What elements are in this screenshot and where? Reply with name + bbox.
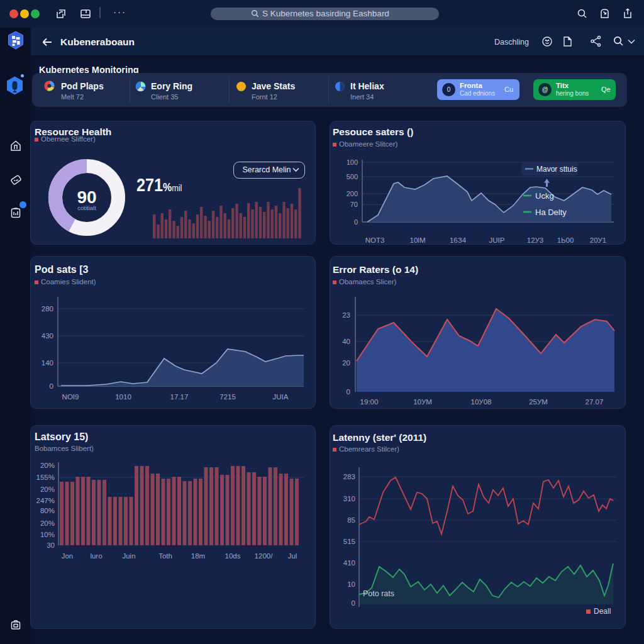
svg-text:18m: 18m (191, 552, 205, 560)
svg-text:140: 140 (42, 359, 53, 367)
svg-text:283: 283 (343, 473, 355, 480)
svg-text:23: 23 (342, 311, 350, 319)
svg-text:10УM: 10УM (413, 398, 432, 406)
svg-text:NOI9: NOI9 (62, 393, 79, 401)
svg-text:70: 70 (350, 201, 358, 208)
svg-text:1200/: 1200/ (255, 552, 274, 560)
svg-text:1Ь00: 1Ь00 (557, 236, 574, 244)
svg-text:12У3: 12У3 (527, 236, 544, 244)
svg-text:20%: 20% (40, 486, 55, 493)
svg-text:Jul: Jul (288, 552, 297, 560)
svg-text:25УM: 25УM (529, 398, 548, 406)
svg-text:500: 500 (347, 173, 358, 180)
svg-text:430: 430 (42, 332, 53, 340)
svg-text:10%: 10% (40, 531, 55, 538)
svg-text:Toth: Toth (158, 552, 172, 560)
svg-text:10ds: 10ds (225, 552, 241, 560)
svg-text:0: 0 (50, 382, 53, 390)
svg-text:20У1: 20У1 (590, 236, 607, 244)
svg-text:7215: 7215 (219, 393, 236, 401)
svg-text:JUIA: JUIA (273, 393, 289, 401)
svg-text:17.17: 17.17 (170, 393, 189, 401)
svg-text:10У08: 10У08 (471, 398, 492, 406)
svg-text:0: 0 (347, 388, 350, 396)
svg-text:10lM: 10lM (410, 236, 426, 244)
svg-text:27.07: 27.07 (586, 398, 604, 406)
svg-text:Jon: Jon (62, 552, 74, 560)
svg-text:0: 0 (352, 599, 355, 607)
svg-text:280: 280 (42, 305, 53, 313)
svg-text:cotitialt: cotitialt (77, 204, 96, 211)
svg-text:410: 410 (343, 559, 355, 567)
svg-text:30: 30 (47, 541, 55, 549)
svg-text:310: 310 (343, 495, 355, 502)
svg-text:16З4: 16З4 (450, 236, 467, 244)
svg-text:Ha Delty: Ha Delty (535, 208, 567, 217)
svg-text:Uckg: Uckg (535, 191, 554, 201)
svg-text:247%: 247% (36, 497, 55, 504)
svg-text:80%: 80% (40, 507, 55, 514)
svg-text:100: 100 (347, 158, 358, 166)
svg-text:Deall: Deall (594, 607, 611, 616)
svg-text:JUIP: JUIP (489, 236, 505, 244)
svg-text:515: 515 (343, 538, 355, 545)
svg-text:20%: 20% (40, 462, 55, 469)
svg-text:Juin: Juin (122, 552, 135, 560)
svg-text:19:00: 19:00 (360, 398, 379, 406)
svg-text:Poto rats: Poto rats (363, 589, 394, 598)
svg-text:1010: 1010 (115, 393, 131, 401)
svg-text:20%: 20% (40, 519, 55, 527)
svg-text:Mavor sttuis: Mavor sttuis (536, 165, 577, 174)
svg-text:155%: 155% (36, 474, 55, 481)
svg-text:200: 200 (347, 190, 358, 197)
svg-text:85: 85 (347, 516, 355, 524)
svg-text:luro: luro (90, 552, 102, 560)
svg-text:0: 0 (354, 218, 358, 226)
svg-text:20: 20 (342, 359, 350, 367)
svg-text:10: 10 (347, 580, 355, 588)
svg-text:40: 40 (342, 338, 350, 345)
svg-text:NOT3: NOT3 (365, 236, 385, 244)
